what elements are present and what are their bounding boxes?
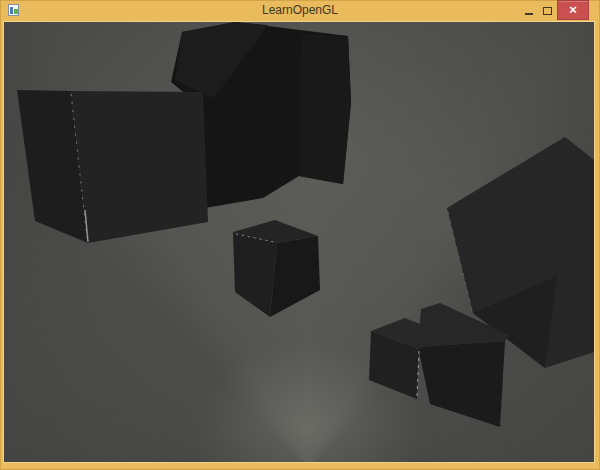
minimize-button[interactable] [520, 0, 538, 20]
app-window: LearnOpenGL × [0, 0, 600, 470]
cube-back-large-right-face [299, 34, 351, 184]
maximize-icon [543, 7, 552, 15]
cube-center-small [233, 220, 320, 317]
minimize-icon [525, 13, 533, 15]
cube-left-large [17, 90, 208, 243]
close-icon: × [569, 1, 577, 19]
scene-svg [4, 22, 594, 462]
cube-center-small-right-face [270, 236, 320, 317]
cube-center-small-left-face [233, 232, 277, 317]
close-button[interactable]: × [557, 0, 589, 20]
window-title: LearnOpenGL [0, 0, 600, 22]
opengl-viewport[interactable] [4, 22, 594, 462]
maximize-button[interactable] [538, 0, 556, 20]
window-titlebar[interactable]: LearnOpenGL × [0, 0, 600, 22]
cube-bottom-right-large-front-face [418, 341, 505, 427]
cube-left-large-front-face [71, 91, 208, 243]
